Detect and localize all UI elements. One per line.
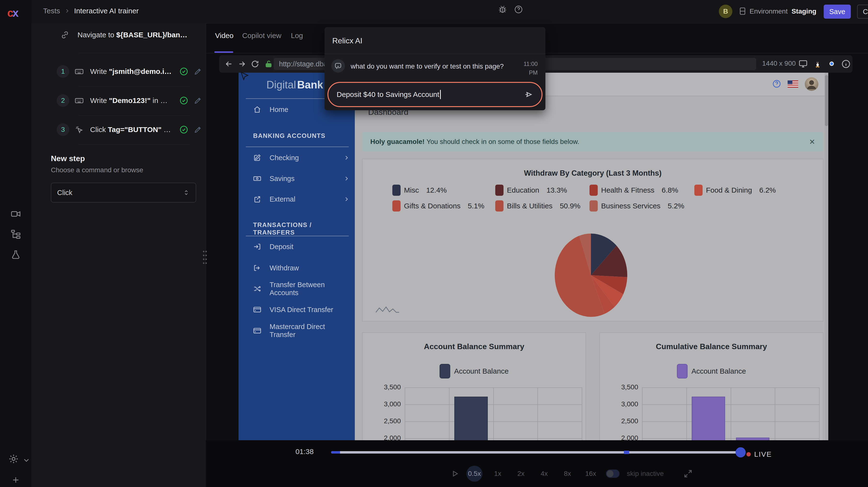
add-icon[interactable]	[11, 475, 20, 485]
fullscreen-icon[interactable]	[683, 469, 693, 479]
edit-step-icon[interactable]	[194, 96, 202, 105]
step-label: Write "jsmith@demo.i…	[90, 67, 172, 75]
assistant-input[interactable]: Deposit $40 to Savings Account	[328, 82, 542, 107]
bank-nav-visa[interactable]: VISA Direct Transfer	[253, 303, 350, 316]
pie-chart	[363, 159, 824, 321]
step-row-2[interactable]: 2 Write "Demo123!" in …	[57, 94, 202, 107]
shuffle-icon	[253, 285, 261, 293]
assistant-input-value: Deposit $40 to Savings Account	[337, 90, 439, 99]
flask-icon[interactable]	[11, 249, 21, 260]
video-player-bar: 01:38 LIVE 0.5x 1x 2x 4x 8x 16x skip ina…	[206, 440, 868, 487]
legend-label: Account Balance	[691, 367, 746, 375]
edit-step-icon[interactable]	[194, 125, 202, 134]
sparkline-icon	[375, 302, 400, 314]
forward-icon[interactable]	[238, 60, 246, 68]
bank-help-icon[interactable]	[772, 79, 781, 88]
environment-selector[interactable]: Environment Staging	[750, 7, 816, 15]
recordings-icon[interactable]	[11, 209, 21, 219]
panel-resize-handle[interactable]	[203, 249, 207, 266]
bank-nav-withdraw[interactable]: Withdraw	[253, 262, 350, 274]
command-select[interactable]: Click	[51, 183, 196, 203]
chart-legend: Account Balance	[363, 364, 586, 378]
step-label: Write "Demo123!" in …	[90, 96, 167, 105]
alert-banner: Holy guacamole! You should check in on s…	[362, 132, 824, 151]
linux-icon	[813, 59, 822, 68]
chevron-down-icon[interactable]	[22, 456, 31, 464]
bank-scrollbar[interactable]	[825, 73, 828, 440]
text-caret	[440, 90, 441, 99]
breadcrumb-chevron-icon	[64, 8, 70, 13]
speed-16x[interactable]: 16x	[583, 466, 599, 482]
skip-inactive-label: skip inactive	[627, 470, 664, 478]
bank-nav-checking[interactable]: Checking	[253, 151, 350, 164]
bank-user-avatar[interactable]	[805, 77, 818, 91]
live-indicator: LIVE	[746, 450, 772, 458]
skip-inactive-toggle[interactable]	[606, 469, 620, 478]
tab-video[interactable]: Video	[215, 31, 234, 40]
speed-1x[interactable]: 1x	[490, 466, 506, 482]
save-button[interactable]: Save	[824, 5, 851, 19]
step-number: 1	[57, 65, 69, 78]
send-icon[interactable]	[524, 90, 533, 99]
step-success-icon	[179, 96, 188, 105]
keyboard-icon	[74, 96, 84, 105]
alert-bold-text: Holy guacamole!	[370, 138, 425, 146]
chart-title: Account Balance Summary	[363, 342, 586, 351]
chart-legend: Account Balance	[600, 364, 823, 378]
bank-scrollbar-thumb[interactable]	[825, 75, 828, 126]
cancel-button[interactable]: Cancel	[857, 5, 868, 19]
breadcrumb-current: Interactive AI trainer	[74, 7, 139, 15]
bank-section-transactions: TRANSACTIONS / TRANSFERS	[253, 221, 355, 236]
step-label: Click Tag="BUTTON" …	[90, 125, 171, 134]
reload-icon[interactable]	[251, 60, 259, 68]
settings-gear-icon[interactable]	[8, 454, 19, 464]
play-icon[interactable]	[451, 469, 459, 478]
chat-bubble-icon	[331, 59, 345, 73]
message-timestamp: 11:00PM	[511, 60, 538, 77]
back-icon[interactable]	[224, 60, 233, 68]
bank-sidebar: Digital Bank Home BANKING ACCOUNTS Check…	[239, 73, 355, 440]
breadcrumb-tests[interactable]: Tests	[43, 7, 60, 15]
legend-swatch	[677, 364, 688, 378]
sign-out-icon	[253, 264, 261, 272]
credit-card-icon	[253, 327, 261, 335]
environment-icon	[738, 7, 747, 16]
step-row-1[interactable]: 1 Write "jsmith@demo.i…	[57, 65, 202, 78]
bank-nav-external[interactable]: External	[253, 193, 350, 206]
relicx-test-trainer-app: cx Tests Interactive AI trainer	[0, 0, 868, 487]
divider	[79, 144, 190, 145]
cursor-click-icon	[74, 125, 84, 134]
recorded-cursor-icon	[239, 71, 250, 82]
tab-copilot-view[interactable]: Copilot view	[242, 31, 281, 40]
tab-log[interactable]: Log	[291, 31, 303, 40]
divider	[246, 147, 349, 147]
keyboard-icon	[74, 67, 84, 76]
user-avatar[interactable]: B	[719, 5, 733, 18]
progress-marker[interactable]	[624, 451, 629, 454]
bank-nav-mastercard[interactable]: Mastercard Direct Transfer	[253, 325, 350, 337]
bug-icon[interactable]	[498, 4, 507, 14]
lock-open-icon	[264, 60, 273, 68]
new-step-title: New step	[51, 154, 85, 163]
step-number: 3	[57, 123, 69, 136]
progress-knob[interactable]	[736, 447, 746, 457]
left-rail: cx	[0, 0, 32, 487]
help-icon[interactable]	[514, 5, 523, 14]
alert-close-icon[interactable]: ✕	[809, 138, 815, 146]
step-row-3[interactable]: 3 Click Tag="BUTTON" …	[57, 123, 202, 136]
language-flag-icon[interactable]	[787, 81, 798, 88]
speed-8x[interactable]: 8x	[559, 466, 576, 482]
bank-nav-deposit[interactable]: Deposit	[253, 240, 350, 253]
workflow-icon[interactable]	[11, 229, 21, 239]
edit-step-icon[interactable]	[194, 67, 202, 75]
step-navigate[interactable]: Navigate to ${BASE_URL}/ban…	[61, 31, 196, 39]
speed-0.5x[interactable]: 0.5x	[466, 466, 483, 482]
bank-nav-transfer[interactable]: Transfer Between Accounts	[253, 282, 350, 295]
bank-nav-savings[interactable]: Savings	[253, 172, 350, 185]
app-logo[interactable]: cx	[7, 6, 19, 20]
speed-4x[interactable]: 4x	[536, 466, 552, 482]
info-icon[interactable]	[841, 59, 851, 69]
withdraw-category-card: Withdraw By Category (Last 3 Months) Mis…	[362, 159, 824, 322]
speed-2x[interactable]: 2x	[513, 466, 529, 482]
progress-track[interactable]	[331, 451, 741, 454]
